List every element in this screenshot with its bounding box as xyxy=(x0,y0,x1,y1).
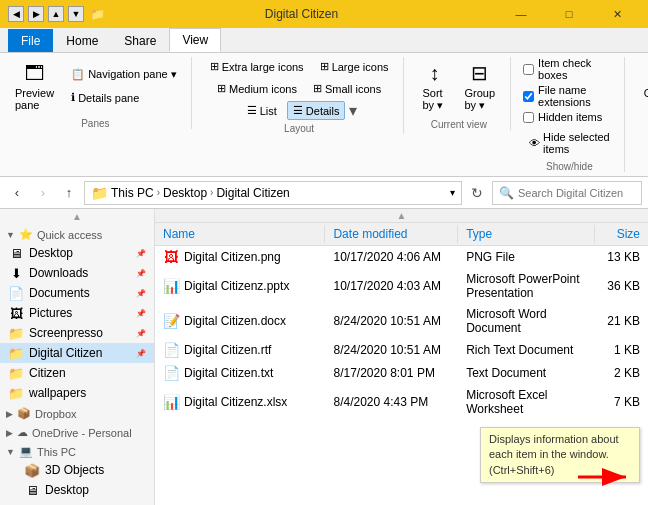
dropbox-header[interactable]: ▶ 📦 Dropbox xyxy=(0,403,154,422)
table-row[interactable]: 📊 Digital Citizenz.pptx 10/17/2020 4:03 … xyxy=(155,269,648,304)
group-by-button[interactable]: ⊟ Group by ▾ xyxy=(458,57,503,116)
file-type-cell: PNG File xyxy=(458,248,595,266)
nav-item-downloads[interactable]: ⬇ Downloads 📌 xyxy=(0,263,154,283)
nav-item-thispc-desktop[interactable]: 🖥 Desktop xyxy=(0,480,154,500)
table-row[interactable]: 📝 Digital Citizen.docx 8/24/2020 10:51 A… xyxy=(155,304,648,339)
current-view-label: Current view xyxy=(431,119,487,130)
extra-large-icons-button[interactable]: ⊞ Extra large icons xyxy=(204,57,310,76)
up-button[interactable]: ▲ xyxy=(48,6,64,22)
thispc-collapse: ▼ xyxy=(6,447,15,457)
hide-selected-button[interactable]: 👁 Hide selecteditems xyxy=(523,128,616,158)
tab-home[interactable]: Home xyxy=(53,29,111,52)
file-name-cell: 📊 Digital Citizenz.pptx xyxy=(155,276,325,296)
file-extensions-toggle[interactable]: File name extensions xyxy=(523,84,616,108)
pictures-pin: 📌 xyxy=(136,309,146,318)
details-button[interactable]: ☰ Details xyxy=(287,101,346,120)
layout-dropdown[interactable]: ▾ xyxy=(349,101,357,120)
forward-button[interactable]: ▶ xyxy=(28,6,44,22)
nav-scroll-up[interactable]: ▲ xyxy=(0,209,154,224)
file-name-cell: 📝 Digital Citizen.docx xyxy=(155,311,325,331)
file-name-cell: 📄 Digital Citizen.rtf xyxy=(155,340,325,360)
hidden-items-checkbox[interactable] xyxy=(523,112,534,123)
file-date-cell: 8/24/2020 10:51 AM xyxy=(325,312,458,330)
preview-pane-button[interactable]: 🗔 Preview pane xyxy=(8,57,61,115)
nav-scroll-down[interactable]: ▼ xyxy=(0,500,154,505)
table-row[interactable]: 📊 Digital Citizenz.xlsx 8/4/2020 4:43 PM… xyxy=(155,385,648,420)
window-title: Digital Citizen xyxy=(111,7,492,21)
list-button[interactable]: ☰ List xyxy=(241,101,283,120)
documents-pin: 📌 xyxy=(136,289,146,298)
table-row[interactable]: 📄 Digital Citizen.txt 8/17/2020 8:01 PM … xyxy=(155,362,648,385)
navigation-pane: ▲ ▼ ⭐ Quick access 🖥 Desktop 📌 ⬇ Downloa… xyxy=(0,209,155,505)
file-size-cell: 7 KB xyxy=(595,393,648,411)
file-name: Digital Citizenz.xlsx xyxy=(184,395,287,409)
col-date-header[interactable]: Date modified xyxy=(325,225,458,243)
col-size-header[interactable]: Size xyxy=(595,225,648,243)
medium-icons-button[interactable]: ⊞ Medium icons xyxy=(211,79,303,98)
search-input[interactable] xyxy=(518,187,635,199)
digital-citizen-icon: 📁 xyxy=(8,345,24,361)
thispc-label: This PC xyxy=(37,446,76,458)
down-button[interactable]: ▼ xyxy=(68,6,84,22)
nav-item-wallpapers[interactable]: 📁 wallpapers xyxy=(0,383,154,403)
screenpresso-pin: 📌 xyxy=(136,329,146,338)
breadcrumb[interactable]: 📁 This PC › Desktop › Digital Citizen ▾ xyxy=(84,181,462,205)
maximize-button[interactable]: □ xyxy=(546,0,592,28)
sort-by-button[interactable]: ↕ Sort by ▾ xyxy=(416,57,454,116)
3dobjects-icon: 📦 xyxy=(24,462,40,478)
screenpresso-icon: 📁 xyxy=(8,325,24,341)
dropbox-collapse: ▶ xyxy=(6,409,13,419)
nav-item-digital-citizen-label: Digital Citizen xyxy=(29,346,102,360)
file-date-cell: 10/17/2020 4:03 AM xyxy=(325,277,458,295)
forward-nav-button[interactable]: › xyxy=(32,182,54,204)
documents-icon: 📄 xyxy=(8,285,24,301)
item-checkboxes-toggle[interactable]: Item check boxes xyxy=(523,57,616,81)
ribbon-group-panes: 🗔 Preview pane 📋 Navigation pane ▾ ℹ Det… xyxy=(8,57,192,129)
close-button[interactable]: ✕ xyxy=(594,0,640,28)
up-nav-button[interactable]: ↑ xyxy=(58,182,80,204)
nav-item-desktop[interactable]: 🖥 Desktop 📌 xyxy=(0,243,154,263)
nav-item-screenpresso[interactable]: 📁 Screenpresso 📌 xyxy=(0,323,154,343)
thispc-header[interactable]: ▼ 💻 This PC xyxy=(0,441,154,460)
item-checkboxes-checkbox[interactable] xyxy=(523,64,534,75)
details-pane-button[interactable]: ℹ Details pane xyxy=(65,88,183,107)
back-nav-button[interactable]: ‹ xyxy=(6,182,28,204)
title-bar-icon: 📁 xyxy=(90,7,105,21)
col-name-header[interactable]: Name xyxy=(155,225,325,243)
txt-icon: 📄 xyxy=(163,365,179,381)
large-icons-button[interactable]: ⊞ Large icons xyxy=(314,57,395,76)
list-icon: ☰ xyxy=(247,104,257,117)
m-icon: ⊞ xyxy=(217,82,226,95)
nav-item-pictures[interactable]: 🖼 Pictures 📌 xyxy=(0,303,154,323)
breadcrumb-dropdown-icon[interactable]: ▾ xyxy=(450,187,455,198)
breadcrumb-sep1: › xyxy=(157,187,160,198)
nav-item-documents[interactable]: 📄 Documents 📌 xyxy=(0,283,154,303)
tab-file[interactable]: File xyxy=(8,29,53,52)
nav-item-citizen[interactable]: 📁 Citizen xyxy=(0,363,154,383)
refresh-button[interactable]: ↻ xyxy=(466,182,488,204)
small-icons-button[interactable]: ⊞ Small icons xyxy=(307,79,387,98)
tab-share[interactable]: Share xyxy=(111,29,169,52)
nav-item-pictures-label: Pictures xyxy=(29,306,72,320)
onedrive-header[interactable]: ▶ ☁ OneDrive - Personal xyxy=(0,422,154,441)
col-type-header[interactable]: Type xyxy=(458,225,595,243)
quick-access-header[interactable]: ▼ ⭐ Quick access xyxy=(0,224,154,243)
nav-item-digital-citizen[interactable]: 📁 Digital Citizen 📌 xyxy=(0,343,154,363)
nav-item-3dobjects[interactable]: 📦 3D Objects xyxy=(0,460,154,480)
hidden-items-toggle[interactable]: Hidden items xyxy=(523,111,616,123)
breadcrumb-folder-icon: 📁 xyxy=(91,185,108,201)
file-name-cell: 🖼 Digital Citizen.png xyxy=(155,247,325,267)
sort-icon: ↕ xyxy=(423,61,447,85)
file-name: Digital Citizenz.pptx xyxy=(184,279,289,293)
minimize-button[interactable]: — xyxy=(498,0,544,28)
options-button[interactable]: ⚙ Options xyxy=(637,57,648,103)
file-date-cell: 8/17/2020 8:01 PM xyxy=(325,364,458,382)
file-extensions-checkbox[interactable] xyxy=(523,91,534,102)
file-type-cell: Microsoft PowerPoint Presentation xyxy=(458,270,595,302)
downloads-pin: 📌 xyxy=(136,269,146,278)
back-button[interactable]: ◀ xyxy=(8,6,24,22)
table-row[interactable]: 📄 Digital Citizen.rtf 8/24/2020 10:51 AM… xyxy=(155,339,648,362)
table-row[interactable]: 🖼 Digital Citizen.png 10/17/2020 4:06 AM… xyxy=(155,246,648,269)
navigation-pane-button[interactable]: 📋 Navigation pane ▾ xyxy=(65,65,183,84)
tab-view[interactable]: View xyxy=(169,28,221,52)
